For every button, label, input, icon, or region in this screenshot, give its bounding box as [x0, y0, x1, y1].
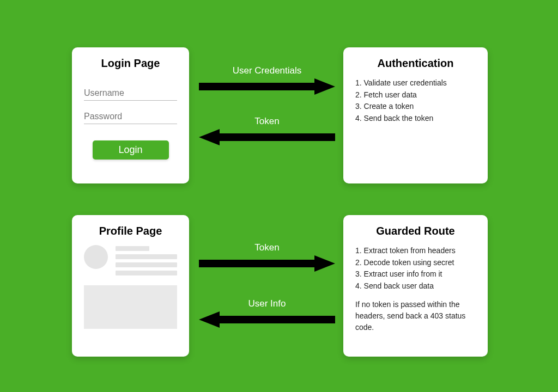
arrow-label: User Credentials: [199, 65, 335, 76]
auth-title: Authentication: [355, 57, 476, 70]
svg-marker-7: [199, 311, 220, 328]
password-input[interactable]: [84, 108, 177, 124]
profile-skeleton-block: [84, 285, 177, 329]
authentication-card: Authentication 1. Validate user credenti…: [343, 47, 488, 183]
auth-step: 1. Validate user credentials: [355, 77, 476, 89]
profile-page-card: Profile Page: [72, 215, 189, 357]
guard-title: Guarded Route: [355, 225, 476, 237]
svg-marker-1: [314, 78, 335, 95]
login-button[interactable]: Login: [93, 140, 169, 160]
profile-skeleton-lines: [116, 245, 177, 275]
arrow-label: Token: [199, 116, 335, 127]
arrow-left-icon: [199, 129, 335, 145]
auth-steps: 1. Validate user credentials 2. Fetch us…: [355, 77, 476, 125]
arrow-user-info: User Info: [199, 298, 335, 328]
auth-step: 4. Send back the token: [355, 113, 476, 125]
skeleton-line: [116, 271, 177, 275]
guard-step: 3. Extract user info from it: [355, 268, 476, 280]
username-input[interactable]: [84, 85, 177, 101]
arrow-left-icon: [199, 311, 335, 328]
arrow-user-credentials: User Credentials: [199, 65, 335, 95]
guard-step: 2. Decode token using secret: [355, 257, 476, 269]
login-title: Login Page: [84, 57, 177, 70]
skeleton-line: [116, 254, 177, 259]
skeleton-line: [116, 262, 177, 267]
svg-marker-3: [199, 129, 220, 145]
login-page-card: Login Page Login: [72, 47, 189, 183]
guard-step: 4. Send back user data: [355, 280, 476, 292]
arrow-token-back: Token: [199, 116, 335, 145]
arrow-right-icon: [199, 78, 335, 95]
guard-note: If no token is passed within the headers…: [355, 299, 476, 333]
arrow-token-forward: Token: [199, 242, 335, 272]
skeleton-line: [116, 246, 149, 251]
guard-step: 1. Extract token from headers: [355, 245, 476, 257]
arrow-label: Token: [199, 242, 335, 253]
profile-skeleton-header: [84, 245, 177, 275]
svg-marker-5: [314, 255, 335, 272]
arrow-right-icon: [199, 255, 335, 272]
arrow-label: User Info: [199, 298, 335, 309]
profile-title: Profile Page: [84, 225, 177, 237]
guard-steps: 1. Extract token from headers 2. Decode …: [355, 245, 476, 292]
avatar-placeholder-icon: [84, 245, 108, 269]
auth-step: 3. Create a token: [355, 101, 476, 113]
auth-step: 2. Fetch user data: [355, 89, 476, 101]
guarded-route-card: Guarded Route 1. Extract token from head…: [343, 215, 488, 357]
